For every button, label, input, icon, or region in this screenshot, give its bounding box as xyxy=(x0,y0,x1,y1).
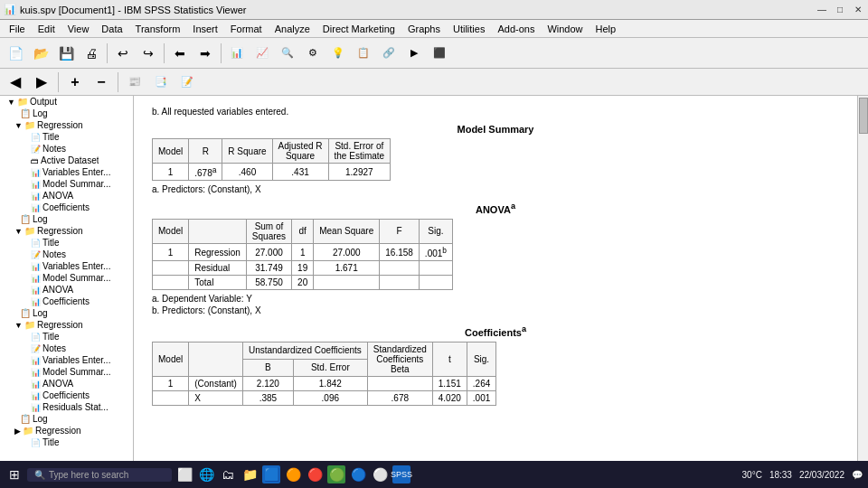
notification-icon[interactable]: 💬 xyxy=(852,470,863,480)
app-icon-4[interactable]: 🟢 xyxy=(327,465,345,483)
sidebar-item-output[interactable]: ▼ 📁 Output xyxy=(0,96,133,108)
menu-utilities[interactable]: Utilities xyxy=(448,23,490,35)
toolbar-btn-3[interactable]: 🔍 xyxy=(276,42,299,65)
sidebar-item-model-summary1[interactable]: 📊 Model Summar... xyxy=(0,178,133,190)
menu-edit[interactable]: Edit xyxy=(33,23,61,35)
coeff-t-const: 1.151 xyxy=(432,376,467,390)
sidebar-label-regression1: Regression xyxy=(37,120,83,130)
main-area: ▼ 📁 Output 📋 Log ▼ 📁 Regression 📄 Title … xyxy=(0,96,868,468)
sidebar-item-model-summary3[interactable]: 📊 Model Summar... xyxy=(0,366,133,378)
minus-button[interactable]: − xyxy=(90,70,113,94)
anova-regression: Regression xyxy=(189,243,247,260)
toolbar-btn-6[interactable]: 📋 xyxy=(352,42,375,65)
folder-icon[interactable]: 📁 xyxy=(241,465,259,483)
toolbar-btn-5[interactable]: 💡 xyxy=(326,42,350,65)
close-button[interactable]: ✕ xyxy=(852,4,864,16)
sidebar-item-log1[interactable]: 📋 Log xyxy=(0,108,133,119)
menu-direct-marketing[interactable]: Direct Marketing xyxy=(317,23,401,35)
sidebar-item-log4[interactable]: 📋 Log xyxy=(0,413,133,425)
sidebar-item-anova1[interactable]: 📊 ANOVA xyxy=(0,190,133,202)
open-button[interactable]: 📂 xyxy=(29,42,52,65)
minimize-button[interactable]: — xyxy=(816,4,828,16)
sidebar-item-notes3[interactable]: 📝 Notes xyxy=(0,343,133,354)
app-icon-2[interactable]: 🟠 xyxy=(284,465,302,483)
new-button[interactable]: 📄 xyxy=(4,42,27,65)
expand-icon-r2: ▼ xyxy=(14,227,23,236)
menu-window[interactable]: Window xyxy=(542,23,588,35)
nav-back[interactable]: ◀ xyxy=(4,70,27,94)
sidebar-item-coeff1[interactable]: 📊 Coefficients xyxy=(0,202,133,213)
menu-help[interactable]: Help xyxy=(590,23,622,35)
file-explorer-icon[interactable]: 🗂 xyxy=(219,465,237,483)
table-row: Residual 31.749 19 1.671 xyxy=(153,261,453,276)
sidebar-item-log3[interactable]: 📋 Log xyxy=(0,307,133,319)
view-btn-2[interactable]: 📑 xyxy=(149,70,173,94)
menu-add-ons[interactable]: Add-ons xyxy=(492,23,540,35)
ms-col-rsquare: R Square xyxy=(222,139,272,164)
menu-file[interactable]: File xyxy=(4,23,31,35)
sidebar-item-model-summary2[interactable]: 📊 Model Summar... xyxy=(0,272,133,284)
go-forward-button[interactable]: ➡ xyxy=(193,42,217,65)
sidebar-item-vars-entered2[interactable]: 📊 Variables Enter... xyxy=(0,260,133,272)
separator-1 xyxy=(107,43,108,63)
coeff-sig-const: .264 xyxy=(467,376,495,390)
menu-view[interactable]: View xyxy=(62,23,95,35)
sidebar-item-notes1[interactable]: 📝 Notes xyxy=(0,143,133,155)
sidebar-item-regression3[interactable]: ▼ 📁 Regression xyxy=(0,319,133,331)
go-back-button[interactable]: ⬅ xyxy=(168,42,192,65)
sidebar-item-title1[interactable]: 📄 Title xyxy=(0,131,133,143)
menu-analyze[interactable]: Analyze xyxy=(269,23,316,35)
menu-format[interactable]: Format xyxy=(225,23,268,35)
view-btn-3[interactable]: 📝 xyxy=(175,70,199,94)
redo-button[interactable]: ↪ xyxy=(137,42,160,65)
sidebar-item-vars-entered1[interactable]: 📊 Variables Enter... xyxy=(0,166,133,178)
ms-rsquare: .460 xyxy=(222,164,272,181)
toolbar-btn-7[interactable]: 🔗 xyxy=(377,42,401,65)
sidebar-item-vars-entered3[interactable]: 📊 Variables Enter... xyxy=(0,354,133,366)
menu-data[interactable]: Data xyxy=(96,23,127,35)
sidebar-item-regression1[interactable]: ▼ 📁 Regression xyxy=(0,119,133,131)
toolbar-btn-4[interactable]: ⚙ xyxy=(301,42,325,65)
scrollbar-track[interactable] xyxy=(857,96,868,468)
print-button[interactable]: 🖨 xyxy=(80,42,103,65)
start-button[interactable]: ⊞ xyxy=(5,465,24,483)
sidebar-item-title4[interactable]: 📄 Title xyxy=(0,436,133,448)
menu-graphs[interactable]: Graphs xyxy=(402,23,446,35)
save-button[interactable]: 💾 xyxy=(54,42,78,65)
app-icon-1[interactable]: 🟦 xyxy=(262,465,280,483)
toolbar-btn-8[interactable]: ▶ xyxy=(402,42,426,65)
sidebar-item-regression2[interactable]: ▼ 📁 Regression xyxy=(0,225,133,237)
scroll-thumb[interactable] xyxy=(859,98,868,134)
browser-icon[interactable]: 🌐 xyxy=(197,465,215,483)
nav-forward[interactable]: ▶ xyxy=(30,70,53,94)
sidebar-item-anova3[interactable]: 📊 ANOVA xyxy=(0,378,133,389)
sidebar-item-log2[interactable]: 📋 Log xyxy=(0,213,133,225)
sidebar-item-active-dataset[interactable]: 🗃 Active Dataset xyxy=(0,155,133,166)
menu-transform[interactable]: Transform xyxy=(130,23,186,35)
app-icon-3[interactable]: 🔴 xyxy=(306,465,324,483)
task-view-button[interactable]: ⬜ xyxy=(175,465,193,483)
folder-icon: 📁 xyxy=(17,97,28,107)
undo-button[interactable]: ↩ xyxy=(111,42,135,65)
view-btn-1[interactable]: 📰 xyxy=(123,70,146,94)
toolbar-btn-9[interactable]: ⬛ xyxy=(428,42,451,65)
sidebar-item-coeff2[interactable]: 📊 Coefficients xyxy=(0,296,133,307)
taskbar-search[interactable]: Type here to search xyxy=(49,470,128,480)
sidebar-item-residuals[interactable]: 📊 Residuals Stat... xyxy=(0,401,133,413)
add-button[interactable]: + xyxy=(63,70,87,94)
log-icon-3: 📋 xyxy=(20,308,31,318)
toolbar-btn-1[interactable]: 📊 xyxy=(225,42,249,65)
sidebar-item-title3[interactable]: 📄 Title xyxy=(0,331,133,343)
spss-icon[interactable]: SPSS xyxy=(392,465,410,483)
sidebar-item-regression4[interactable]: ▶ 📁 Regression xyxy=(0,425,133,436)
app-icon-5[interactable]: 🔵 xyxy=(349,465,367,483)
sidebar-item-coeff3[interactable]: 📊 Coefficients xyxy=(0,389,133,401)
sidebar-item-anova2[interactable]: 📊 ANOVA xyxy=(0,284,133,296)
coefficients-table: Model Unstandardized Coefficients Standa… xyxy=(152,342,496,406)
sidebar-item-title2[interactable]: 📄 Title xyxy=(0,237,133,249)
toolbar-btn-2[interactable]: 📈 xyxy=(250,42,274,65)
maximize-button[interactable]: □ xyxy=(834,4,846,16)
sidebar-item-notes2[interactable]: 📝 Notes xyxy=(0,249,133,260)
menu-insert[interactable]: Insert xyxy=(187,23,223,35)
app-icon-6[interactable]: ⚪ xyxy=(371,465,389,483)
